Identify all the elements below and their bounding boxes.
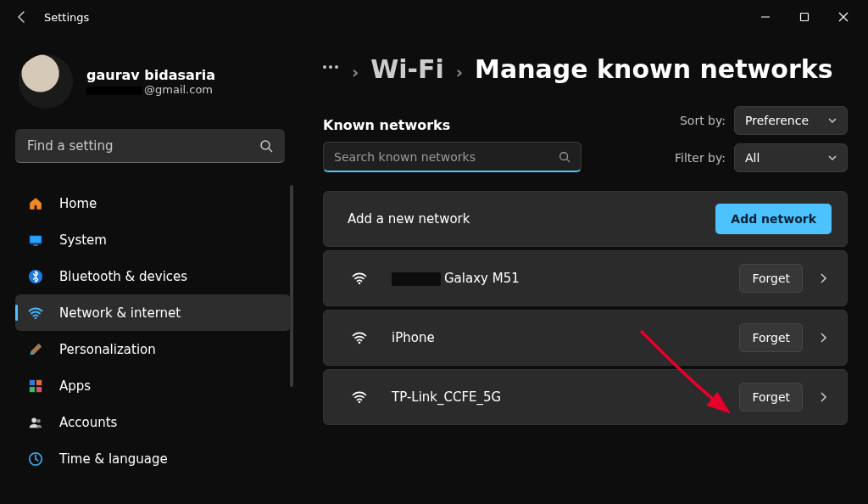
chevron-right-icon[interactable] xyxy=(815,273,832,283)
sidebar-item-label: Personalization xyxy=(59,342,156,357)
forget-button[interactable]: Forget xyxy=(739,264,803,293)
svg-point-6 xyxy=(35,316,37,319)
back-button[interactable] xyxy=(8,3,36,31)
svg-point-17 xyxy=(359,401,361,404)
home-icon xyxy=(27,195,44,212)
wifi-icon xyxy=(351,270,368,287)
svg-point-12 xyxy=(36,419,40,423)
svg-rect-0 xyxy=(801,14,809,21)
svg-point-1 xyxy=(261,141,270,149)
user-email: @gmail.com xyxy=(86,83,215,96)
filter-by-label: Filter by: xyxy=(675,151,726,165)
network-name: iPhone xyxy=(392,330,435,345)
chevron-right-icon[interactable] xyxy=(815,333,832,343)
sidebar-search-input[interactable] xyxy=(27,138,259,154)
chevron-right-icon: › xyxy=(456,57,463,82)
time-icon xyxy=(27,451,44,468)
svg-rect-10 xyxy=(36,386,42,391)
sort-by-value: Preference xyxy=(745,114,809,127)
bluetooth-icon xyxy=(27,268,44,285)
network-row[interactable]: Galaxy M51 Forget xyxy=(323,250,848,306)
sidebar-item-accounts[interactable]: Accounts xyxy=(15,404,291,440)
svg-point-11 xyxy=(31,417,36,423)
sort-by-label: Sort by: xyxy=(680,114,726,127)
svg-rect-9 xyxy=(30,386,35,391)
filter-by-dropdown[interactable]: All xyxy=(734,143,848,172)
sort-by-dropdown[interactable]: Preference xyxy=(734,106,848,135)
sidebar-search[interactable] xyxy=(15,129,285,163)
wifi-icon xyxy=(351,389,368,406)
sidebar-item-bluetooth[interactable]: Bluetooth & devices xyxy=(15,258,291,294)
sidebar-item-label: Network & internet xyxy=(59,305,181,321)
sidebar-item-system[interactable]: System xyxy=(15,221,291,258)
known-networks-heading: Known networks xyxy=(323,117,581,133)
breadcrumb: › Wi-Fi › Manage known networks xyxy=(323,54,848,84)
chevron-right-icon: › xyxy=(352,57,359,82)
add-network-label: Add a new network xyxy=(348,211,470,227)
minimize-button[interactable] xyxy=(746,3,785,31)
user-name: gaurav bidasaria xyxy=(86,67,215,83)
network-name: TP-Link_CCFE_5G xyxy=(392,389,501,405)
network-name: Galaxy M51 xyxy=(392,271,520,286)
network-row[interactable]: iPhone Forget xyxy=(323,310,848,366)
chevron-down-icon xyxy=(828,154,837,162)
network-row[interactable]: TP-Link_CCFE_5G Forget xyxy=(323,369,848,425)
sidebar-item-time[interactable]: Time & language xyxy=(15,440,291,477)
sidebar-item-home[interactable]: Home xyxy=(15,185,291,221)
breadcrumb-wifi[interactable]: Wi-Fi xyxy=(370,54,444,84)
profile-block[interactable]: gaurav bidasaria @gmail.com xyxy=(15,49,292,129)
sidebar-item-label: System xyxy=(59,232,107,248)
add-network-row: Add a new network Add network xyxy=(323,191,848,247)
window-title: Settings xyxy=(44,11,89,24)
sidebar-item-label: Time & language xyxy=(59,451,168,467)
wifi-icon xyxy=(351,329,368,346)
svg-point-16 xyxy=(359,342,361,344)
close-button[interactable] xyxy=(824,3,863,31)
chevron-right-icon[interactable] xyxy=(815,392,832,402)
sidebar-item-label: Home xyxy=(59,196,97,211)
avatar xyxy=(19,54,73,109)
svg-rect-3 xyxy=(31,236,42,242)
forget-button[interactable]: Forget xyxy=(739,383,803,412)
maximize-button[interactable] xyxy=(785,3,824,31)
svg-rect-4 xyxy=(33,244,37,245)
chevron-down-icon xyxy=(828,116,837,125)
sidebar-item-label: Apps xyxy=(59,378,91,394)
apps-icon xyxy=(27,378,44,395)
breadcrumb-overflow[interactable] xyxy=(323,65,340,74)
networks-list: Add a new network Add network Galaxy M51… xyxy=(323,191,848,425)
search-icon xyxy=(259,139,273,153)
sidebar-item-personalization[interactable]: Personalization xyxy=(15,331,291,367)
svg-rect-8 xyxy=(36,379,42,384)
filter-by-value: All xyxy=(745,151,760,165)
add-network-button[interactable]: Add network xyxy=(715,204,832,234)
svg-point-15 xyxy=(359,283,361,285)
sidebar-item-label: Bluetooth & devices xyxy=(59,269,187,284)
sidebar-item-apps[interactable]: Apps xyxy=(15,367,291,404)
sidebar-nav: Home System Bluetooth & devices Network … xyxy=(15,185,291,477)
sidebar-item-network[interactable]: Network & internet xyxy=(15,294,291,331)
svg-point-14 xyxy=(560,152,568,160)
accounts-icon xyxy=(27,414,44,431)
search-icon xyxy=(559,151,570,163)
breadcrumb-current: Manage known networks xyxy=(475,54,832,84)
search-known-networks-input[interactable] xyxy=(334,150,559,164)
wifi-icon xyxy=(27,305,44,322)
sidebar-item-label: Accounts xyxy=(59,415,117,430)
search-known-networks[interactable] xyxy=(323,142,581,172)
brush-icon xyxy=(27,341,44,358)
system-icon xyxy=(27,232,44,249)
forget-button[interactable]: Forget xyxy=(739,323,803,352)
svg-rect-7 xyxy=(30,379,35,384)
